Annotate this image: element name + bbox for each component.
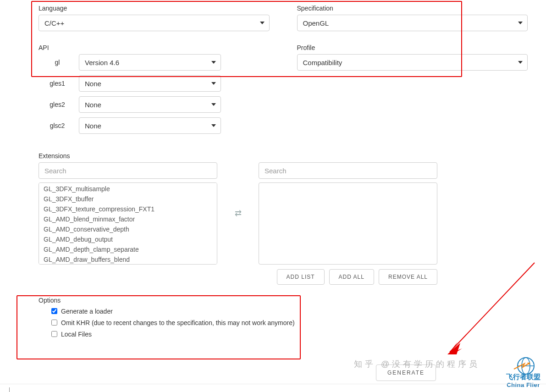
api-label: API (39, 44, 270, 51)
extension-item[interactable]: GL_AMD_conservative_depth (39, 224, 217, 234)
svg-marker-1 (450, 342, 461, 352)
extension-item[interactable]: GL_AMD_depth_clamp_separate (39, 244, 217, 254)
omit-khr-label: Omit KHR (due to recent changes to the s… (61, 319, 295, 326)
generate-button[interactable]: GENERATE (376, 364, 436, 381)
svg-marker-6 (527, 363, 530, 365)
extensions-selected-search[interactable] (259, 162, 437, 179)
api-glsc2-select[interactable]: None (79, 117, 221, 134)
api-gl-select[interactable]: Version 4.6 (79, 54, 221, 71)
api-gles2-select[interactable]: None (79, 96, 221, 113)
api-name-gles2: gles2 (39, 101, 79, 108)
omit-khr-checkbox[interactable] (51, 320, 57, 326)
specification-label: Specification (297, 5, 528, 12)
extension-item[interactable]: GL_3DFX_multisample (39, 184, 217, 194)
profile-label: Profile (297, 44, 528, 51)
svg-marker-2 (447, 344, 462, 354)
language-label: Language (39, 5, 270, 12)
swap-icon: ⇄ (235, 208, 242, 218)
add-all-button[interactable]: ADD ALL (329, 269, 374, 285)
specification-select[interactable]: OpenGL (297, 15, 528, 31)
extension-item[interactable]: GL_AMD_blend_minmax_factor (39, 214, 217, 224)
svg-point-3 (518, 358, 534, 374)
extension-item[interactable]: GL_3DFX_tbuffer (39, 194, 217, 204)
extensions-selected-list[interactable] (259, 182, 437, 265)
api-name-glsc2: glsc2 (39, 122, 79, 129)
language-select[interactable]: C/C++ (39, 15, 270, 31)
svg-point-4 (522, 358, 530, 374)
extensions-available-list[interactable]: GL_3DFX_multisampleGL_3DFX_tbufferGL_3DF… (39, 182, 217, 265)
extensions-available-search[interactable] (39, 162, 217, 179)
generate-loader-checkbox[interactable] (51, 308, 57, 314)
api-name-gles1: gles1 (39, 80, 79, 87)
add-list-button[interactable]: ADD LIST (277, 269, 325, 285)
options-label: Options (39, 297, 528, 304)
api-name-gl: gl (39, 59, 79, 66)
profile-select[interactable]: Compatibility (297, 54, 528, 71)
extension-item[interactable]: GL_AMD_debug_output (39, 234, 217, 244)
extensions-label: Extensions (39, 152, 528, 160)
extension-item[interactable]: GL_3DFX_texture_compression_FXT1 (39, 204, 217, 214)
generate-loader-label: Generate a loader (61, 308, 113, 315)
local-files-label: Local Files (61, 331, 92, 338)
extension-item[interactable]: GL_AMD_draw_buffers_blend (39, 254, 217, 265)
remove-all-button[interactable]: REMOVE ALL (379, 269, 437, 285)
footer-tick (9, 387, 10, 392)
local-files-checkbox[interactable] (51, 331, 57, 337)
footer-separator (0, 384, 546, 384)
api-gles1-select[interactable]: None (79, 75, 221, 92)
